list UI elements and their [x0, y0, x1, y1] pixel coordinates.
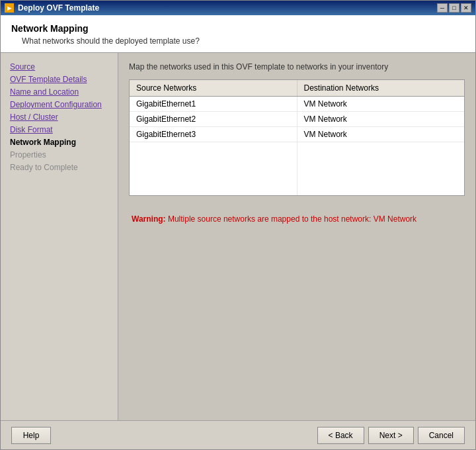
sidebar-item-ready-to-complete: Ready to Complete	[7, 161, 111, 173]
footer-right: < Back Next > Cancel	[317, 427, 465, 444]
header-area: Network Mapping What networks should the…	[1, 15, 475, 53]
window-title: Deploy OVF Template	[18, 3, 99, 13]
svg-text:▶: ▶	[7, 5, 12, 11]
next-button[interactable]: Next >	[368, 427, 414, 444]
destination-network-cell: VM Network	[297, 112, 464, 127]
source-network-cell: GigabitEthernet3	[130, 127, 297, 142]
instruction-text: Map the networks used in this OVF templa…	[129, 62, 465, 71]
table-row: GigabitEthernet3VM Network	[130, 127, 464, 142]
deploy-ovf-window: ▶ Deploy OVF Template ─ □ ✕ Network Mapp…	[0, 0, 476, 450]
network-table-container: Source Networks Destination Networks Gig…	[129, 79, 465, 196]
warning-text-body: Multiple source networks are mapped to t…	[166, 214, 417, 224]
sidebar-item-disk-format[interactable]: Disk Format	[7, 124, 111, 136]
sidebar-item-ovf-template-details[interactable]: OVF Template Details	[7, 73, 111, 85]
close-button[interactable]: ✕	[461, 3, 471, 13]
table-empty-row	[130, 142, 464, 195]
warning-label: Warning:	[132, 214, 166, 224]
title-buttons: ─ □ ✕	[437, 3, 471, 13]
warning-message: Warning: Multiple source networks are ma…	[132, 214, 416, 224]
col-source-networks: Source Networks	[130, 80, 297, 97]
destination-network-cell: VM Network	[297, 97, 464, 112]
sidebar-item-properties: Properties	[7, 149, 111, 161]
page-title: Network Mapping	[11, 23, 465, 34]
network-mapping-table: Source Networks Destination Networks Gig…	[130, 80, 464, 195]
sidebar: Source OVF Template Details Name and Loc…	[1, 53, 118, 420]
sidebar-item-source[interactable]: Source	[7, 61, 111, 73]
right-panel: Map the networks used in this OVF templa…	[118, 53, 475, 420]
sidebar-item-host-cluster[interactable]: Host / Cluster	[7, 111, 111, 123]
main-content: Source OVF Template Details Name and Loc…	[1, 53, 475, 420]
cancel-button[interactable]: Cancel	[418, 427, 465, 444]
title-bar-left: ▶ Deploy OVF Template	[5, 3, 99, 13]
window-icon: ▶	[5, 3, 14, 13]
back-button[interactable]: < Back	[317, 427, 364, 444]
sidebar-item-deployment-configuration[interactable]: Deployment Configuration	[7, 99, 111, 111]
sidebar-item-name-and-location[interactable]: Name and Location	[7, 86, 111, 98]
table-row: GigabitEthernet1VM Network	[130, 97, 464, 112]
source-network-cell: GigabitEthernet2	[130, 112, 297, 127]
table-row: GigabitEthernet2VM Network	[130, 112, 464, 127]
title-bar: ▶ Deploy OVF Template ─ □ ✕	[1, 1, 475, 15]
footer: Help < Back Next > Cancel	[1, 420, 475, 449]
maximize-button[interactable]: □	[449, 3, 459, 13]
destination-network-cell: VM Network	[297, 127, 464, 142]
help-button[interactable]: Help	[11, 427, 51, 444]
source-network-cell: GigabitEthernet1	[130, 97, 297, 112]
sidebar-item-network-mapping: Network Mapping	[7, 136, 111, 148]
minimize-button[interactable]: ─	[437, 3, 448, 13]
warning-area: Warning: Multiple source networks are ma…	[129, 209, 465, 229]
col-destination-networks: Destination Networks	[297, 80, 464, 97]
page-subtitle: What networks should the deployed templa…	[22, 36, 465, 46]
